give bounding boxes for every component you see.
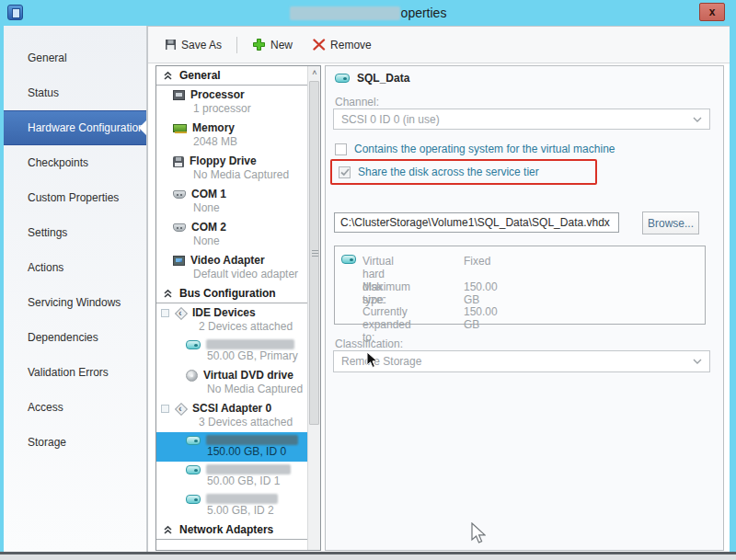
tree-section-network-adapters[interactable]: Network Adapters: [156, 520, 308, 540]
item-sub: 150.00 GB, ID 0: [156, 445, 308, 459]
item-name: COM 1: [191, 188, 226, 201]
classification-value: Remote Storage: [341, 355, 421, 368]
disk-title: SQL_Data: [357, 72, 409, 85]
item-sub: 50.00 GB, Primary: [156, 349, 308, 363]
remove-x-icon: [313, 39, 326, 51]
tree-item-virtual-dvd[interactable]: Virtual DVD drive No Media Captured: [156, 366, 308, 399]
channel-label: Channel:: [335, 96, 379, 109]
tree-item-scsi-disk-1[interactable]: 50.00 GB, ID 1: [156, 462, 308, 491]
classification-label: Classification:: [335, 337, 403, 350]
vm-properties-window: operties x General Status Hardware Confi…: [0, 0, 736, 560]
item-name: Processor: [190, 88, 245, 102]
collapse-section-icon: [163, 289, 173, 299]
vhd-path-input[interactable]: C:\ClusterStorage\Volume1\SQL_Data\SQL_D…: [334, 212, 619, 233]
plus-icon: [252, 38, 266, 51]
sidebar-item-general[interactable]: General: [4, 40, 146, 75]
sidebar-item-checkpoints[interactable]: Checkpoints: [4, 145, 146, 180]
scsi-adapter-icon: [175, 403, 187, 415]
item-sub: No Media Captured: [156, 383, 308, 396]
redacted-disk-name: [206, 435, 298, 445]
sidebar-item-status[interactable]: Status: [4, 75, 146, 110]
memory-icon: [173, 124, 187, 132]
remove-button[interactable]: Remove: [307, 35, 377, 55]
virtual-disk-icon: [186, 436, 201, 445]
item-sub: 2 Devices attached: [156, 320, 308, 334]
section-label: Network Adapters: [179, 523, 273, 536]
tree-item-floppy-drive[interactable]: Floppy Drive No Media Captured: [156, 152, 308, 185]
mouse-cursor-icon: [471, 522, 486, 544]
redacted-disk-name: [206, 339, 294, 349]
sidebar-item-validation-errors[interactable]: Validation Errors: [4, 355, 146, 390]
hardware-tree: General Processor 1 processor Memory 204…: [156, 66, 308, 550]
sidebar-item-custom-properties[interactable]: Custom Properties: [4, 180, 146, 215]
sidebar-item-dependencies[interactable]: Dependencies: [4, 320, 146, 355]
check-icon: [340, 168, 350, 177]
disk-info-box: Virtual hard disk type:Fixed Maximum siz…: [334, 246, 706, 325]
tree-scrollbar[interactable]: ˄: [307, 66, 320, 550]
share-checkbox-label: Share the disk across the service tier: [358, 166, 539, 178]
sidebar-item-storage[interactable]: Storage: [4, 425, 146, 460]
scrollbar-thumb[interactable]: [309, 81, 319, 425]
processor-icon: [173, 90, 185, 100]
chevron-down-icon: [693, 117, 702, 122]
window-bottom-edge: [0, 552, 736, 554]
max-size-value: 150.00 GB: [464, 280, 498, 306]
scroll-up-icon[interactable]: ˄: [308, 66, 321, 80]
sidebar-item-servicing-windows[interactable]: Servicing Windows: [4, 285, 146, 320]
virtual-disk-icon: [186, 340, 201, 349]
browse-button[interactable]: Browse...: [642, 211, 699, 234]
virtual-disk-icon: [335, 74, 350, 83]
item-name: Memory: [192, 121, 235, 135]
item-sub: None: [156, 234, 308, 248]
tree-item-scsi-disk-0-selected[interactable]: 150.00 GB, ID 0: [156, 432, 308, 462]
channel-value: SCSI 0 ID 0 (in use): [341, 113, 440, 126]
hardware-configuration-page: Save As New Remove General: [147, 26, 730, 552]
tree-item-video-adapter[interactable]: Video Adapter Default video adapter: [156, 251, 308, 284]
sidebar-item-actions[interactable]: Actions: [4, 250, 146, 285]
tree-section-bus-configuration[interactable]: Bus Configuration: [156, 284, 308, 303]
item-sub: 50.00 GB, ID 1: [156, 474, 308, 488]
dvd-drive-icon: [186, 370, 198, 382]
remove-label: Remove: [330, 39, 372, 51]
item-name: Video Adapter: [190, 254, 265, 268]
tree-section-general[interactable]: General: [156, 66, 308, 86]
sidebar: General Status Hardware Configuration Ch…: [4, 26, 147, 552]
expand-toggle-icon[interactable]: [161, 405, 169, 413]
tree-item-scsi-adapter-0[interactable]: SCSI Adapter 0 3 Devices attached: [156, 399, 308, 432]
item-sub: None: [156, 201, 308, 215]
share-checkbox[interactable]: [339, 166, 351, 178]
disk-details-panel: SQL_Data Channel: SCSI 0 ID 0 (in use) C…: [325, 65, 724, 551]
title-text: operties: [401, 6, 447, 20]
close-button[interactable]: x: [699, 3, 725, 21]
chevron-down-icon: [693, 359, 702, 364]
expand-toggle-icon[interactable]: [161, 309, 169, 317]
os-checkbox[interactable]: [335, 143, 347, 155]
new-button[interactable]: New: [247, 34, 298, 55]
os-checkbox-row[interactable]: Contains the operating system for the vi…: [335, 143, 615, 155]
tree-item-memory[interactable]: Memory 2048 MB: [156, 119, 308, 152]
item-sub: Default video adapter: [156, 268, 308, 281]
max-size-label: Maximum size:: [362, 280, 410, 306]
tree-item-com1[interactable]: COM 1 None: [156, 185, 308, 218]
tree-item-scsi-disk-2[interactable]: 5.00 GB, ID 2: [156, 491, 308, 520]
item-name: Virtual DVD drive: [203, 369, 293, 383]
new-label: New: [270, 39, 293, 51]
titlebar: operties x: [0, 0, 736, 26]
sidebar-item-access[interactable]: Access: [4, 390, 146, 425]
tree-item-ide-disk[interactable]: 50.00 GB, Primary: [156, 337, 308, 366]
virtual-disk-icon: [186, 495, 201, 504]
tree-item-processor[interactable]: Processor 1 processor: [156, 86, 308, 119]
sidebar-item-hardware-configuration[interactable]: Hardware Configuration: [4, 110, 146, 145]
disk-title-row: SQL_Data: [335, 72, 409, 85]
share-checkbox-row[interactable]: Share the disk across the service tier: [339, 166, 539, 178]
item-sub: 2048 MB: [156, 135, 308, 149]
window-body: General Status Hardware Configuration Ch…: [0, 26, 736, 554]
sidebar-item-settings[interactable]: Settings: [4, 215, 146, 250]
save-icon: [165, 39, 177, 51]
save-as-button[interactable]: Save As: [159, 35, 227, 55]
tree-item-ide-devices[interactable]: IDE Devices 2 Devices attached: [156, 303, 308, 337]
classification-dropdown[interactable]: Remote Storage: [333, 350, 710, 372]
tree-item-com2[interactable]: COM 2 None: [156, 218, 308, 251]
redacted-disk-name: [206, 494, 278, 504]
channel-dropdown[interactable]: SCSI 0 ID 0 (in use): [333, 109, 710, 130]
